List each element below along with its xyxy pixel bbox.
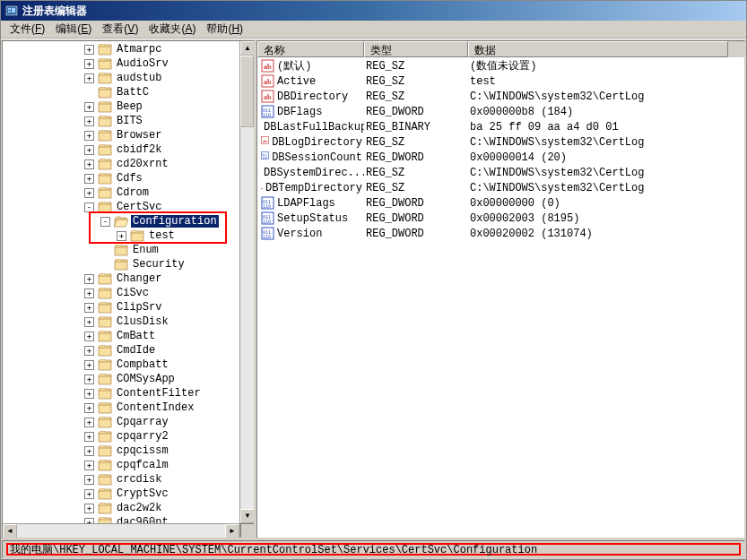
tree-label[interactable]: ClusDisk <box>115 315 170 328</box>
tree-item[interactable]: +cd20xrnt <box>4 157 239 171</box>
tree-label[interactable]: test <box>147 229 177 242</box>
tree-label[interactable]: Security <box>131 258 187 271</box>
vertical-scrollbar[interactable]: ▲ ▼ <box>239 41 254 538</box>
menu-v[interactable]: 查看(V) <box>97 20 143 39</box>
expand-icon[interactable]: + <box>84 188 94 198</box>
list-row[interactable]: 011110DBLastFullBackupREG_BINARYba 25 ff… <box>257 119 744 134</box>
tree-item[interactable]: +crcdisk <box>4 472 239 487</box>
expand-icon[interactable]: + <box>84 432 94 442</box>
tree-item[interactable]: +Atmarpc <box>4 42 239 56</box>
tree-item[interactable]: +ContentIndex <box>4 401 239 415</box>
tree-item[interactable]: Security <box>4 257 239 271</box>
tree-item[interactable]: +Cpqarray <box>4 415 239 429</box>
tree-body[interactable]: +Atmarpc+AudioSrv+audstubBattC+Beep+BITS… <box>3 41 239 523</box>
expand-icon[interactable]: + <box>84 332 94 341</box>
expand-icon[interactable]: + <box>84 274 94 284</box>
list-row[interactable]: abDBTempDirectoryREG_SZC:\WINDOWS\system… <box>257 180 744 195</box>
list-row[interactable]: ab(默认)REG_SZ(数值未设置) <box>257 58 744 73</box>
tree-item[interactable]: +CmBatt <box>4 329 239 343</box>
tree-item[interactable]: +Changer <box>4 271 239 286</box>
tree-label[interactable]: dac2w2k <box>115 502 163 514</box>
list-row[interactable]: 011110VersionREG_DWORD0x00020002 (131074… <box>257 226 744 241</box>
tree-label[interactable]: COMSysApp <box>115 373 177 385</box>
expand-icon[interactable]: + <box>84 317 94 327</box>
tree-label[interactable]: ContentFilter <box>115 387 203 400</box>
tree-item[interactable]: +audstub <box>4 71 239 85</box>
tree-item[interactable]: +cpqcissm <box>4 444 239 458</box>
tree-label[interactable]: Cpqarray <box>115 416 170 428</box>
list-row[interactable]: abDBSystemDirec...REG_SZC:\WINDOWS\syste… <box>257 165 744 180</box>
expand-icon[interactable]: + <box>84 403 94 413</box>
scroll-down-button[interactable]: ▼ <box>240 509 255 523</box>
tree-label[interactable]: cpqcissm <box>115 444 170 457</box>
list-row[interactable]: 011110SetupStatusREG_DWORD0x00002003 (81… <box>257 211 744 226</box>
expand-icon[interactable]: + <box>84 303 94 313</box>
expand-icon[interactable]: + <box>84 360 94 370</box>
column-header[interactable]: 类型 <box>364 41 468 57</box>
expand-icon[interactable]: + <box>84 475 94 485</box>
tree-label[interactable]: ClipSrv <box>115 301 163 314</box>
list-row[interactable]: 011110DBFlagsREG_DWORD0x000000b8 (184) <box>257 104 744 119</box>
tree-label[interactable]: Enum <box>131 244 161 256</box>
tree-label[interactable]: AudioSrv <box>115 57 170 70</box>
tree-item[interactable]: +ClipSrv <box>4 300 239 314</box>
expand-icon[interactable]: + <box>84 346 94 356</box>
tree-item[interactable]: BattC <box>4 85 239 99</box>
list-row[interactable]: abDBDirectoryREG_SZC:\WINDOWS\system32\C… <box>257 89 744 104</box>
tree-item[interactable]: +dac2w2k <box>4 501 239 515</box>
menu-h[interactable]: 帮助(H) <box>201 20 248 39</box>
tree-label[interactable]: Atmarpc <box>115 43 163 56</box>
tree-label[interactable]: cbidf2k <box>115 143 163 156</box>
expand-icon[interactable]: + <box>84 145 94 155</box>
tree-item[interactable]: Enum <box>4 243 239 257</box>
expand-icon[interactable]: + <box>84 59 94 69</box>
tree-item[interactable]: +Beep <box>4 99 239 114</box>
tree-label[interactable]: ContentIndex <box>115 401 195 414</box>
tree-item[interactable]: +CryptSvc <box>4 487 239 501</box>
list-row[interactable]: 011110LDAPFlagsREG_DWORD0x00000000 (0) <box>257 195 744 211</box>
column-header[interactable]: 名称 <box>257 41 364 57</box>
tree-item[interactable]: +Compbatt <box>4 358 239 372</box>
list-row[interactable]: abDBLogDirectoryREG_SZC:\WINDOWS\system3… <box>257 134 744 150</box>
tree-item[interactable]: +BITS <box>4 114 239 128</box>
tree-label[interactable]: Compbatt <box>115 358 170 371</box>
tree-item[interactable]: +cbidf2k <box>4 142 239 157</box>
tree-label[interactable]: audstub <box>115 72 163 84</box>
tree-item[interactable]: -CertSvc <box>4 200 239 214</box>
list-body[interactable]: ab(默认)REG_SZ(数值未设置)abActiveREG_SZtestabD… <box>257 57 744 242</box>
menu-f[interactable]: 文件(F) <box>4 20 50 39</box>
expand-icon[interactable]: + <box>84 461 94 470</box>
tree-item[interactable]: +test <box>4 228 239 243</box>
tree-label[interactable]: Changer <box>115 272 163 285</box>
scroll-thumb[interactable] <box>240 56 254 127</box>
list-row[interactable]: abActiveREG_SZtest <box>257 73 744 89</box>
collapse-icon[interactable]: - <box>100 217 110 227</box>
tree-item[interactable]: +Browser <box>4 128 239 142</box>
tree-label[interactable]: Cdfs <box>115 172 144 185</box>
tree-item[interactable]: +AudioSrv <box>4 56 239 71</box>
tree-item[interactable]: +COMSysApp <box>4 372 239 386</box>
scroll-track[interactable] <box>17 524 225 538</box>
tree-label[interactable]: CmBatt <box>115 330 157 342</box>
tree-label[interactable]: CmdIde <box>115 344 157 357</box>
menu-a[interactable]: 收藏夹(A) <box>143 20 201 39</box>
expand-icon[interactable]: + <box>84 159 94 169</box>
tree-item[interactable]: +Cdfs <box>4 171 239 185</box>
expand-icon[interactable]: + <box>117 231 126 241</box>
expand-icon[interactable]: + <box>84 116 94 126</box>
expand-icon[interactable]: + <box>84 131 94 141</box>
tree-label[interactable]: CiSvc <box>115 287 151 299</box>
expand-icon[interactable]: + <box>84 389 94 399</box>
menu-e[interactable]: 编辑(E) <box>50 20 97 39</box>
tree-label[interactable]: dac960nt <box>115 516 170 523</box>
expand-icon[interactable]: + <box>84 446 94 456</box>
collapse-icon[interactable]: - <box>84 202 94 212</box>
expand-icon[interactable]: + <box>84 102 94 112</box>
scroll-track[interactable] <box>240 56 254 509</box>
expand-icon[interactable]: + <box>84 375 94 384</box>
tree-item[interactable]: +dac960nt <box>4 515 239 523</box>
tree-label[interactable]: crcdisk <box>115 473 163 486</box>
tree-item[interactable]: +cpqarry2 <box>4 429 239 444</box>
expand-icon[interactable]: + <box>84 518 94 524</box>
expand-icon[interactable]: + <box>84 73 94 83</box>
